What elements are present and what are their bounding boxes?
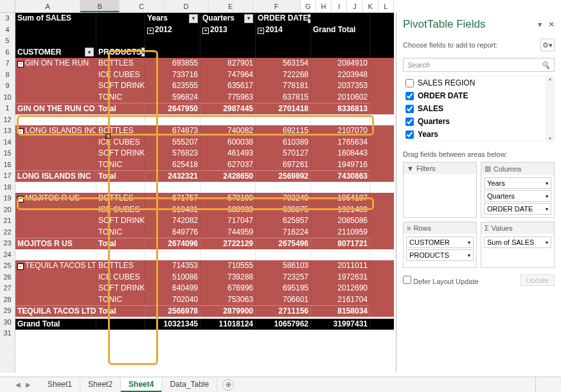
close-icon[interactable]: ✕ bbox=[548, 20, 555, 29]
col-header-I[interactable]: I bbox=[332, 0, 347, 12]
col-header-J[interactable]: J bbox=[347, 0, 362, 12]
table-row[interactable]: −MOJITOS R USBOTTLES67175757919070324019… bbox=[15, 193, 394, 204]
col-header-F[interactable]: F bbox=[253, 0, 301, 12]
customer-label[interactable]: −GIN ON THE RUN bbox=[15, 58, 96, 69]
area-field-pill[interactable]: Years▾ bbox=[484, 177, 551, 189]
table-row[interactable]: TONIC6497767449597162242110959 bbox=[15, 227, 394, 238]
expand-icon[interactable]: + bbox=[258, 28, 264, 34]
row-header[interactable]: 25 bbox=[0, 260, 15, 272]
columns-area[interactable]: ▥Columns Years▾Quarters▾ORDER DATE▾ bbox=[481, 162, 555, 218]
customer-label[interactable]: −LONG ISLANDS INC bbox=[15, 125, 96, 137]
year-2012[interactable]: +2012 bbox=[145, 24, 200, 36]
col-header-K[interactable]: K bbox=[363, 0, 378, 12]
table-row[interactable]: TONIC6254186270376972611949716 bbox=[15, 159, 394, 171]
area-field-pill[interactable]: Quarters▾ bbox=[484, 190, 551, 202]
table-row[interactable]: ICE CUBES6104816809336300751921489 bbox=[15, 204, 394, 216]
collapse-icon[interactable]: − bbox=[17, 263, 24, 270]
table-row[interactable]: −TEQUILA TACOS LTDBOTTLES714353710555586… bbox=[15, 260, 394, 272]
sheet-tab[interactable]: Sheet1 bbox=[40, 378, 80, 392]
row-header[interactable]: 14 bbox=[0, 137, 15, 148]
dropdown-icon[interactable]: ▾ bbox=[189, 14, 198, 23]
row-header[interactable]: 19 bbox=[0, 193, 15, 204]
dropdown-icon[interactable]: ▾ bbox=[85, 48, 94, 57]
defer-checkbox[interactable]: Defer Layout Update bbox=[403, 276, 479, 285]
update-button[interactable]: Update bbox=[521, 274, 555, 286]
expand-icon[interactable]: + bbox=[202, 28, 209, 34]
add-sheet-button[interactable]: ⊕ bbox=[222, 379, 234, 391]
years-header[interactable]: Years▾ bbox=[145, 13, 200, 24]
row-header[interactable]: 31 bbox=[0, 328, 15, 339]
row-header[interactable]: 15 bbox=[0, 148, 15, 159]
values-area[interactable]: ΣValues Sum of SALES▾ bbox=[481, 222, 555, 268]
products-header[interactable]: PRODUCTS▾ bbox=[96, 47, 145, 58]
field-checkbox[interactable] bbox=[405, 130, 414, 139]
table-row[interactable]: −LONG ISLANDS INCBOTTLES6748737400826921… bbox=[15, 125, 394, 137]
row-header[interactable]: 16 bbox=[0, 159, 15, 171]
table-row[interactable]: SOFT DRINKS5768234614935701271608443 bbox=[15, 148, 394, 159]
row-header[interactable]: 9 bbox=[0, 80, 15, 92]
row-header[interactable]: 10 bbox=[0, 92, 15, 103]
table-row[interactable]: ICE CUBES5100867392887232571972631 bbox=[15, 272, 394, 283]
field-item[interactable]: Quarters bbox=[403, 115, 555, 128]
field-item[interactable]: ORDER DATE bbox=[403, 89, 555, 102]
nav-next-icon[interactable]: ▶ bbox=[26, 381, 31, 388]
row-header[interactable]: 3 bbox=[0, 13, 15, 24]
customer-label[interactable]: −TEQUILA TACOS LTD bbox=[15, 260, 96, 272]
dropdown-icon[interactable]: ▾ bbox=[546, 240, 548, 245]
table-row[interactable]: −GIN ON THE RUNBOTTLES693855827901563154… bbox=[15, 58, 394, 69]
sheet-tab[interactable]: Data_Table bbox=[162, 378, 217, 392]
row-header[interactable]: 4 bbox=[0, 24, 15, 36]
field-item[interactable]: SALES bbox=[403, 102, 555, 115]
dropdown-icon[interactable]: ▾ bbox=[546, 181, 548, 186]
dropdown-icon[interactable]: ▾ bbox=[244, 14, 253, 23]
col-header-A[interactable]: A bbox=[15, 0, 80, 12]
table-row[interactable]: TONIC5968247759636378152010602 bbox=[15, 92, 394, 103]
row-header[interactable]: 22 bbox=[0, 227, 15, 238]
col-header-D[interactable]: D bbox=[164, 0, 208, 12]
nav-prev-icon[interactable]: ◀ bbox=[15, 381, 21, 388]
customer-header[interactable]: CUSTOMER▾ bbox=[15, 47, 96, 58]
row-header[interactable]: 20 bbox=[0, 204, 15, 216]
field-checkbox[interactable] bbox=[405, 118, 414, 126]
orderdate-header[interactable]: ORDER DATE▾ bbox=[256, 13, 311, 24]
sheet-tab[interactable]: Sheet4 bbox=[121, 378, 162, 392]
year-2014[interactable]: +2014 bbox=[256, 24, 311, 36]
col-header-G[interactable]: G bbox=[301, 0, 316, 12]
area-field-pill[interactable]: ORDER DATE▾ bbox=[484, 203, 551, 215]
row-header[interactable]: 6 bbox=[0, 47, 15, 58]
row-header[interactable]: 13 bbox=[0, 125, 15, 137]
table-row[interactable]: SOFT DRINKS7420827170476259572085086 bbox=[15, 215, 394, 227]
subtotal-row[interactable]: MOJITOS R USTotal26740962722129267549680… bbox=[15, 238, 394, 249]
row-header[interactable]: 1 bbox=[0, 103, 15, 114]
table-row[interactable]: ICE CUBES7337167479647222682203948 bbox=[15, 69, 394, 81]
row-header[interactable]: 29 bbox=[0, 305, 15, 317]
area-field-pill[interactable]: Sum of SALES▾ bbox=[484, 236, 551, 248]
row-header[interactable]: 23 bbox=[0, 238, 15, 249]
row-header[interactable]: 28 bbox=[0, 294, 15, 306]
field-checkbox[interactable] bbox=[405, 92, 414, 100]
field-checkbox[interactable] bbox=[405, 105, 414, 113]
row-header[interactable]: 24 bbox=[0, 249, 15, 261]
area-field-pill[interactable]: CUSTOMER▾ bbox=[406, 236, 474, 248]
scrollbar[interactable]: ▲▼ bbox=[546, 76, 555, 141]
select-all-corner[interactable] bbox=[0, 0, 15, 13]
customer-label[interactable]: −MOJITOS R US bbox=[15, 193, 96, 204]
row-header[interactable]: 5 bbox=[0, 35, 15, 47]
dropdown-icon[interactable]: ▾ bbox=[546, 193, 548, 199]
field-checkbox[interactable] bbox=[405, 79, 414, 87]
collapse-icon[interactable]: − bbox=[17, 61, 24, 67]
row-header[interactable]: 8 bbox=[0, 69, 15, 81]
sheet-tab[interactable]: Sheet2 bbox=[80, 378, 121, 392]
col-header-E[interactable]: E bbox=[209, 0, 253, 12]
row-header[interactable]: 26 bbox=[0, 272, 15, 283]
tab-split[interactable] bbox=[535, 377, 561, 392]
collapse-icon[interactable]: − bbox=[17, 129, 24, 135]
subtotal-row[interactable]: LONG ISLANDS INCTotal2432321242865025698… bbox=[15, 170, 394, 182]
row-header[interactable]: 21 bbox=[0, 215, 15, 227]
col-header-B[interactable]: B bbox=[80, 0, 120, 12]
gear-icon[interactable]: ⚙▾ bbox=[540, 39, 555, 51]
subtotal-row[interactable]: GIN ON THE RUN COTotal264795029874452701… bbox=[15, 103, 394, 114]
area-field-pill[interactable]: PRODUCTS▾ bbox=[406, 249, 474, 261]
dropdown-icon[interactable]: ▾ bbox=[546, 206, 548, 212]
table-row[interactable]: SOFT DRINKS6235556356177781812037353 bbox=[15, 80, 394, 92]
